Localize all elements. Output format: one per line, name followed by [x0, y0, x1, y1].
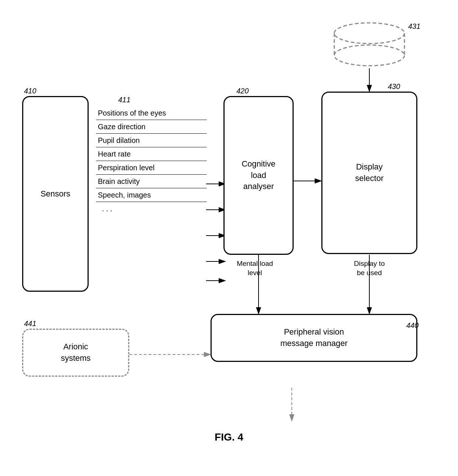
sensors-label: Sensors	[41, 188, 71, 200]
arionic-box: Arionicsystems	[22, 329, 129, 377]
input-list-num: 411	[118, 96, 229, 103]
display-selector-box: Displayselector	[321, 92, 417, 254]
display-to-be-used-label: Display tobe used	[342, 259, 397, 277]
figure-label: FIG. 4	[215, 431, 243, 443]
svg-point-14	[334, 23, 404, 44]
input-item-brain: Brain activity	[96, 175, 207, 188]
peripheral-vision-label: Peripheral visionmessage manager	[280, 326, 348, 349]
cognitive-load-num: 420	[236, 87, 249, 95]
input-item-eyes: Positions of the eyes	[96, 106, 207, 120]
database-num: 431	[408, 22, 420, 31]
peripheral-vision-num: 440	[406, 321, 418, 330]
input-item-dots: . . .	[96, 202, 207, 215]
input-item-speech: Speech, images	[96, 188, 207, 202]
sensors-box: Sensors	[22, 96, 89, 292]
diagram-container: Sensors 410 411 Positions of the eyes Ga…	[11, 11, 447, 454]
input-item-gaze: Gaze direction	[96, 120, 207, 134]
cognitive-load-box: Cognitiveloadanalyser	[223, 96, 294, 255]
arionic-num: 441	[24, 319, 36, 328]
display-selector-label: Displayselector	[355, 161, 383, 184]
svg-point-15	[334, 45, 404, 66]
sensors-num: 410	[24, 87, 36, 95]
database-cylinder	[332, 22, 406, 66]
display-selector-num: 430	[388, 82, 400, 91]
input-list: 411 Positions of the eyes Gaze direction…	[96, 96, 207, 215]
input-item-pupil: Pupil dilation	[96, 134, 207, 147]
mental-load-label: Mental loadlevel	[231, 259, 279, 277]
arionic-label: Arionicsystems	[61, 341, 91, 364]
peripheral-vision-box: Peripheral visionmessage manager	[211, 314, 417, 362]
cognitive-load-label: Cognitiveloadanalyser	[242, 158, 276, 192]
input-item-perspiration: Perspiration level	[96, 161, 207, 175]
input-item-heart: Heart rate	[96, 147, 207, 161]
